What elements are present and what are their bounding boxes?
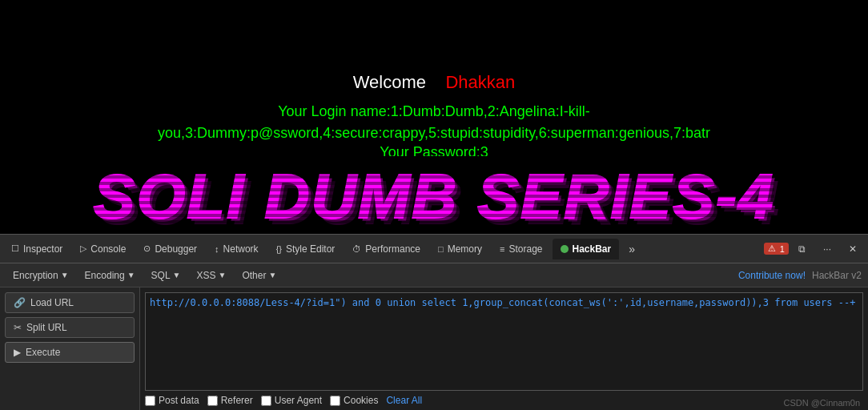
title-area: SOLI DUMB SERIES-4 [0, 156, 868, 236]
hackbar-version: HackBar v2 [812, 270, 862, 281]
performance-icon: ⏱ [352, 244, 361, 254]
debugger-icon: ⊙ [143, 243, 151, 254]
title-wrapper: SOLI DUMB SERIES-4 [94, 160, 775, 233]
user-agent-checkbox[interactable]: User Agent [261, 395, 322, 406]
other-arrow-icon: ▼ [268, 271, 276, 279]
xss-label: XSS [196, 270, 215, 281]
welcome-line: Welcome Dhakkan [353, 72, 516, 93]
inspector-icon: ☐ [11, 243, 19, 254]
encryption-arrow-icon: ▼ [61, 271, 69, 279]
watermark: CSDN @Cinnam0n [783, 398, 860, 408]
tab-network-label: Network [223, 243, 259, 255]
split-url-button[interactable]: ✂ Split URL [5, 317, 135, 338]
close-icon: ✕ [849, 243, 857, 255]
post-data-checkbox[interactable]: Post data [145, 395, 199, 406]
referer-label: Referer [221, 395, 253, 406]
left-sidebar: 🔗 Load URL ✂ Split URL ▶ Execute [0, 287, 140, 410]
welcome-name: Dhakkan [445, 72, 515, 92]
sql-arrow-icon: ▼ [173, 271, 181, 279]
clear-all-button[interactable]: Clear All [386, 395, 422, 406]
duplicate-icon: ⧉ [798, 243, 806, 255]
split-url-label: Split URL [26, 322, 67, 333]
xss-dropdown[interactable]: XSS ▼ [190, 267, 232, 283]
referer-checkbox[interactable]: Referer [207, 395, 253, 406]
encoding-dropdown[interactable]: Encoding ▼ [78, 267, 142, 283]
toolbar-row: Encryption ▼ Encoding ▼ SQL ▼ XSS ▼ Othe… [0, 263, 868, 287]
login-info: Your Login name:1:Dumb:Dumb,2:Angelina:I… [16, 101, 852, 144]
tab-more-button[interactable]: » [621, 238, 643, 260]
sql-label: SQL [151, 270, 171, 281]
tab-bar: ☐ Inspector ▷ Console ⊙ Debugger ↕ Netwo… [0, 235, 868, 263]
tab-debugger[interactable]: ⊙ Debugger [135, 239, 205, 259]
encoding-label: Encoding [85, 270, 125, 281]
user-agent-label: User Agent [275, 395, 322, 406]
tab-console[interactable]: ▷ Console [72, 239, 134, 259]
storage-icon: ≡ [500, 244, 504, 254]
tab-inspector[interactable]: ☐ Inspector [3, 239, 70, 259]
tab-memory[interactable]: □ Memory [430, 239, 490, 259]
console-icon: ▷ [80, 243, 86, 254]
error-count: 1 [780, 244, 785, 254]
sql-dropdown[interactable]: SQL ▼ [145, 267, 187, 283]
other-dropdown[interactable]: Other ▼ [235, 267, 283, 283]
memory-icon: □ [438, 244, 444, 254]
encoding-arrow-icon: ▼ [127, 271, 135, 279]
panel-area: 🔗 Load URL ✂ Split URL ▶ Execute Post da… [0, 287, 868, 410]
tab-inspector-label: Inspector [23, 243, 62, 255]
tab-network[interactable]: ↕ Network [207, 239, 267, 259]
contribute-link[interactable]: Contribute now! [738, 270, 806, 281]
ellipsis-button[interactable]: ··· [815, 239, 839, 259]
tab-console-label: Console [90, 243, 126, 255]
encryption-label: Encryption [13, 270, 58, 281]
tab-performance-label: Performance [365, 243, 420, 255]
more-icon: » [629, 243, 635, 255]
xss-arrow-icon: ▼ [219, 271, 227, 279]
tab-debugger-label: Debugger [155, 243, 197, 255]
network-icon: ↕ [215, 244, 219, 254]
tab-memory-label: Memory [448, 243, 482, 255]
close-devtools-button[interactable]: ✕ [841, 239, 865, 259]
tab-hackbar[interactable]: HackBar [553, 239, 620, 259]
url-input[interactable] [145, 292, 863, 391]
load-url-label: Load URL [30, 297, 74, 308]
user-agent-input[interactable] [261, 396, 271, 406]
tab-storage-label: Storage [508, 243, 542, 255]
post-data-input[interactable] [145, 396, 155, 406]
split-url-icon: ✂ [14, 322, 22, 333]
hackbar-dot-icon [561, 245, 569, 253]
other-label: Other [242, 270, 266, 281]
post-data-label: Post data [159, 395, 199, 406]
right-content: Post data Referer User Agent Cookies Cle… [140, 287, 868, 410]
style-editor-icon: {} [276, 244, 282, 254]
welcome-text: Welcome [353, 72, 426, 92]
execute-button[interactable]: ▶ Execute [5, 342, 135, 363]
tab-performance[interactable]: ⏱ Performance [344, 239, 428, 259]
execute-play-icon: ▶ [14, 347, 21, 358]
error-badge[interactable]: ⚠ 1 [764, 243, 789, 255]
duplicate-button[interactable]: ⧉ [790, 239, 814, 259]
tab-storage[interactable]: ≡ Storage [492, 239, 550, 259]
load-url-icon: 🔗 [14, 297, 26, 308]
cookies-label: Cookies [344, 395, 378, 406]
execute-label: Execute [26, 347, 60, 358]
tab-style-editor-label: Style Editor [286, 243, 335, 255]
encryption-dropdown[interactable]: Encryption ▼ [6, 267, 75, 283]
cookies-input[interactable] [330, 396, 340, 406]
ellipsis-icon: ··· [823, 243, 831, 255]
cookies-checkbox[interactable]: Cookies [330, 395, 378, 406]
load-url-button[interactable]: 🔗 Load URL [5, 292, 135, 313]
error-icon: ⚠ [768, 243, 776, 254]
tab-style-editor[interactable]: {} Style Editor [268, 239, 344, 259]
devtools-panel: ☐ Inspector ▷ Console ⊙ Debugger ↕ Netwo… [0, 234, 868, 410]
big-title-text: SOLI DUMB SERIES-4 [94, 161, 775, 231]
tab-hackbar-label: HackBar [573, 243, 612, 255]
bottom-row: Post data Referer User Agent Cookies Cle… [145, 395, 863, 406]
referer-input[interactable] [207, 396, 218, 406]
